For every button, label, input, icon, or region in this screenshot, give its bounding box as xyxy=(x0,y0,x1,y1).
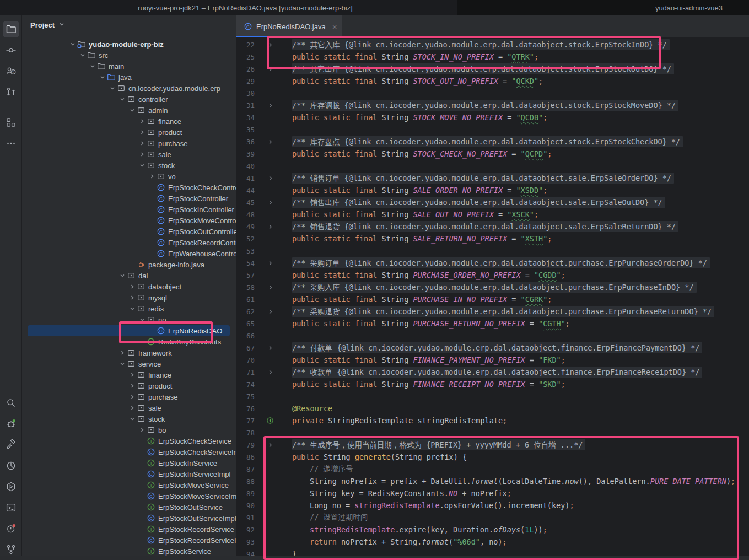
code-line-53[interactable]: 53 xyxy=(236,245,749,257)
code-line-44[interactable]: 44public static final String SALE_ORDER_… xyxy=(236,184,749,196)
problems-icon[interactable] xyxy=(3,520,19,537)
code-line-67[interactable]: 67/** 付款单 {@link cn.iocoder.yudao.module… xyxy=(236,342,749,354)
chevron-right-icon[interactable] xyxy=(138,150,147,159)
tree-item-stock[interactable]: stock xyxy=(22,160,236,171)
fold-chevron-right-icon[interactable] xyxy=(266,345,274,351)
code-line-75[interactable]: 75 xyxy=(236,390,749,402)
code-line-90[interactable]: 90Long no = stringRedisTemplate.opsForVa… xyxy=(236,499,749,511)
fold-chevron-right-icon[interactable] xyxy=(266,224,274,230)
tree-item-finance[interactable]: finance xyxy=(22,369,236,380)
chevron-right-icon[interactable] xyxy=(128,370,137,379)
chevron-down-icon[interactable] xyxy=(118,271,127,280)
code-line-70[interactable]: 70public static final String FINANCE_PAY… xyxy=(236,354,749,366)
tree-item-mysql[interactable]: mysql xyxy=(22,292,236,303)
chevron-right-icon[interactable] xyxy=(138,128,147,137)
tree-item-controller[interactable]: controller xyxy=(22,94,236,105)
code-line-77[interactable]: 77private StringRedisTemplate stringRedi… xyxy=(236,414,749,427)
tree-item-erpstockinserviceimpl[interactable]: CErpStockInServiceImpl xyxy=(22,469,236,480)
tree-item-package-info-java[interactable]: package-info.java xyxy=(22,259,236,270)
code-line-58[interactable]: 58/** 采购入库 {@link cn.iocoder.yudao.modul… xyxy=(236,281,749,293)
tree-item-purchase[interactable]: purchase xyxy=(22,138,236,149)
chevron-right-icon[interactable] xyxy=(118,348,127,357)
chevron-down-icon[interactable] xyxy=(118,95,127,104)
fold-chevron-right-icon[interactable] xyxy=(266,442,274,448)
tree-item-product[interactable]: product xyxy=(22,127,236,138)
code-line-22[interactable]: 22/** 其它入库 {@link cn.iocoder.yudao.modul… xyxy=(236,39,749,51)
fold-chevron-right-icon[interactable] xyxy=(266,103,274,109)
fold-chevron-right-icon[interactable] xyxy=(266,369,274,375)
code-line-87[interactable]: 87// 递增序号 xyxy=(236,463,749,475)
code-line-57[interactable]: 57public static final String PURCHASE_OR… xyxy=(236,269,749,281)
tree-item-framework[interactable]: framework xyxy=(22,347,236,358)
code-line-93[interactable]: 93return noPrefix + String.format("%06d"… xyxy=(236,536,749,548)
chevron-right-icon[interactable] xyxy=(138,117,147,126)
code-line-71[interactable]: 71/** 收款单 {@link cn.iocoder.yudao.module… xyxy=(236,366,749,378)
code-line-61[interactable]: 61public static final String PURCHASE_IN… xyxy=(236,293,749,305)
code-line-25[interactable]: 25public static final String STOCK_IN_NO… xyxy=(236,51,749,63)
tree-item-erpnoredisdao[interactable]: CErpNoRedisDAO xyxy=(22,325,236,336)
code-line-91[interactable]: 91// 设置过期时间 xyxy=(236,511,749,524)
code-line-92[interactable]: 92stringRedisTemplate.expire(key, Durati… xyxy=(236,524,749,536)
chevron-down-icon[interactable] xyxy=(128,414,137,423)
code-line-39[interactable]: 39public static final String STOCK_CHECK… xyxy=(236,148,749,160)
tree-item-main[interactable]: main xyxy=(22,61,236,72)
chevron-right-icon[interactable] xyxy=(128,381,137,390)
project-folder-icon[interactable] xyxy=(3,21,19,37)
profiler-pie-icon[interactable] xyxy=(3,457,19,474)
commit-icon[interactable] xyxy=(3,42,19,58)
tree-item-product[interactable]: product xyxy=(22,380,236,391)
code-line-88[interactable]: 88String noPrefix = prefix + DateUtil.fo… xyxy=(236,475,749,487)
code-line-41[interactable]: 41/** 销售订单 {@link cn.iocoder.yudao.modul… xyxy=(236,172,749,184)
code-line-86[interactable]: 86public String generate(String prefix) … xyxy=(236,451,749,463)
code-line-66[interactable]: 66 xyxy=(236,330,749,342)
tree-item-cn-iocoder-yudao-module-erp[interactable]: cn.iocoder.yudao.module.erp xyxy=(22,83,236,94)
tree-item-erpstockcheckserviceimpl[interactable]: CErpStockCheckServiceImpl xyxy=(22,446,236,457)
tree-item-redis[interactable]: redis xyxy=(22,303,236,314)
tree-item-service[interactable]: service xyxy=(22,358,236,369)
chevron-down-icon[interactable] xyxy=(98,73,107,82)
tree-item-erpstockmoveserviceimpl[interactable]: CErpStockMoveServiceImpl xyxy=(22,491,236,502)
code-line-62[interactable]: 62/** 采购退货 {@link cn.iocoder.yudao.modul… xyxy=(236,305,749,317)
tree-item-java[interactable]: java xyxy=(22,72,236,83)
chevron-right-icon[interactable] xyxy=(138,139,147,148)
chevron-down-icon[interactable] xyxy=(138,161,147,170)
tree-item-erpstockinservice[interactable]: IErpStockInService xyxy=(22,457,236,469)
code-line-52[interactable]: 52public static final String SALE_RETURN… xyxy=(236,233,749,245)
chevron-down-icon[interactable] xyxy=(138,315,147,324)
close-icon[interactable]: × xyxy=(332,23,337,31)
pull-requests-icon[interactable] xyxy=(3,84,19,100)
chevron-right-icon[interactable] xyxy=(148,172,157,181)
build-hammer-icon[interactable] xyxy=(3,437,19,453)
chevron-right-icon[interactable] xyxy=(138,426,147,434)
people-question-icon[interactable]: ? xyxy=(3,63,19,79)
more-ellipsis-icon[interactable] xyxy=(3,135,19,152)
code-line-40[interactable]: 40 xyxy=(236,160,749,172)
code-line-65[interactable]: 65public static final String PURCHASE_RE… xyxy=(236,317,749,330)
code-line-36[interactable]: 36/** 库存盘点 {@link cn.iocoder.yudao.modul… xyxy=(236,136,749,148)
tree-item-erpwarehousecontroller[interactable]: CErpWarehouseController xyxy=(22,248,236,259)
code-editor[interactable]: 22/** 其它入库 {@link cn.iocoder.yudao.modul… xyxy=(236,37,749,560)
tree-item-dataobject[interactable]: dataobject xyxy=(22,281,236,292)
code-line-49[interactable]: 49/** 销售退货 {@link cn.iocoder.yudao.modul… xyxy=(236,220,749,233)
fold-chevron-right-icon[interactable] xyxy=(266,309,274,315)
code-line-74[interactable]: 74public static final String FINANCE_REC… xyxy=(236,378,749,390)
tree-item-admin[interactable]: admin xyxy=(22,105,236,116)
tree-item-no[interactable]: no xyxy=(22,314,236,325)
code-line-34[interactable]: 34public static final String STOCK_MOVE_… xyxy=(236,111,749,123)
tree-item-erpstockrecordserviceimpl[interactable]: CErpStockRecordServiceImpl xyxy=(22,535,236,546)
project-panel-header[interactable]: Project xyxy=(22,15,236,34)
fold-chevron-right-icon[interactable] xyxy=(266,42,274,48)
tab-erpnoredisdao[interactable]: C ErpNoRedisDAO.java × xyxy=(236,15,342,37)
chevron-down-icon[interactable] xyxy=(128,304,137,313)
tree-item-erpstockmoveservice[interactable]: IErpStockMoveService xyxy=(22,480,236,491)
tree-item-vo[interactable]: vo xyxy=(22,171,236,182)
fold-chevron-right-icon[interactable] xyxy=(266,139,274,145)
code-line-29[interactable]: 29public static final String STOCK_OUT_N… xyxy=(236,75,749,87)
chevron-right-icon[interactable] xyxy=(128,282,137,291)
tree-item-src[interactable]: src xyxy=(22,50,236,61)
services-play-icon[interactable] xyxy=(3,478,19,495)
chevron-down-icon[interactable] xyxy=(118,359,127,368)
code-line-31[interactable]: 31/** 库存调拨 {@link cn.iocoder.yudao.modul… xyxy=(236,99,749,111)
tree-item-erpstockrecordcontroller[interactable]: CErpStockRecordController xyxy=(22,237,236,248)
code-line-78[interactable]: 78 xyxy=(236,427,749,439)
